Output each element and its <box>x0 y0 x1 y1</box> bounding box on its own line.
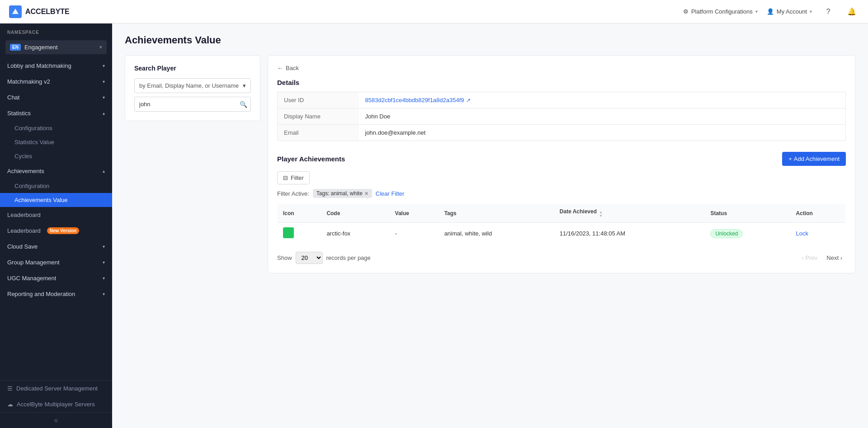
filter-tag-close-button[interactable]: ✕ <box>364 191 368 197</box>
sidebar-item-label: Achievements <box>7 168 44 174</box>
content-area: Achievements Value Search Player by Emai… <box>112 24 868 428</box>
search-type-value: by Email, Display Name, or Username <box>139 82 239 89</box>
chevron-down-icon: ▾ <box>103 244 105 249</box>
namespace-label: NAMESPACE <box>0 24 112 38</box>
chevron-down-icon: ▾ <box>103 260 105 265</box>
achievements-title: Player Achievements <box>277 155 345 163</box>
sidebar-item-label: Lobby and Matchmaking <box>7 62 71 69</box>
chevron-down-icon: ▾ <box>103 292 105 296</box>
app-name: ACCELBYTE <box>25 8 70 16</box>
sidebar-item-reporting-moderation[interactable]: Reporting and Moderation ▾ <box>0 286 112 302</box>
sidebar-item-label: UGC Management <box>7 275 56 282</box>
namespace-badge: EN <box>10 44 21 51</box>
lock-action-link[interactable]: Lock <box>796 230 808 237</box>
achievement-date: 11/16/2023, 11:48:05 AM <box>554 223 705 245</box>
filter-icon: ⊟ <box>283 174 288 181</box>
search-input[interactable] <box>134 97 251 112</box>
filter-button[interactable]: ⊟ Filter <box>277 171 310 184</box>
filter-label: Filter <box>291 174 304 181</box>
details-section-title: Details <box>277 79 846 86</box>
sidebar-bottom-label: Dedicated Server Management <box>16 385 98 392</box>
next-arrow-icon: › <box>840 254 842 261</box>
page-title: Achievements Value <box>125 34 855 46</box>
status-badge: Unlocked <box>710 229 743 238</box>
achievement-icon <box>283 227 294 238</box>
sidebar-item-configuration[interactable]: Configuration <box>0 179 112 193</box>
platform-config-menu[interactable]: ⚙ Platform Configurations ▾ <box>683 8 758 15</box>
col-date-achieved[interactable]: Date Achieved ▴▾ <box>554 204 705 223</box>
chevron-down-icon: ▾ <box>103 95 105 100</box>
new-version-badge: New Version <box>47 227 79 234</box>
user-id-link[interactable]: 8583d2cbf1ce4bbdb829f1a8d2a354f9 ↗ <box>365 97 840 103</box>
sidebar-item-ugc-management[interactable]: UGC Management ▾ <box>0 270 112 286</box>
sidebar-item-statistics[interactable]: Statistics ▴ <box>0 105 112 121</box>
sidebar-item-configurations[interactable]: Configurations <box>0 121 112 135</box>
records-label: records per page <box>326 254 371 261</box>
sidebar-item-achievements[interactable]: Achievements ▴ <box>0 163 112 179</box>
sidebar-item-cycles[interactable]: Cycles <box>0 149 112 163</box>
field-value: John Doe <box>359 108 846 125</box>
sidebar-item-dedicated-server[interactable]: ☰ Dedicated Server Management <box>0 381 112 396</box>
details-table: User ID 8583d2cbf1ce4bbdb829f1a8d2a354f9… <box>277 92 846 141</box>
table-row: Email john.doe@example.net <box>278 125 846 141</box>
sidebar-item-label: Leaderboard <box>7 212 41 218</box>
table-row: arctic-fox - animal, white, wild 11/16/2… <box>278 223 846 245</box>
sidebar-item-leaderboard-new[interactable]: Leaderboard New Version <box>0 223 112 239</box>
server-icon: ☰ <box>7 385 13 392</box>
my-account-label: My Account <box>777 8 807 15</box>
sidebar-collapse-button[interactable]: « <box>0 412 112 428</box>
sidebar-item-leaderboard[interactable]: Leaderboard <box>0 207 112 223</box>
prev-page-button[interactable]: ‹ Prev <box>798 253 821 263</box>
chevron-up-icon: ▴ <box>103 169 105 174</box>
search-type-select[interactable]: by Email, Display Name, or Username ▾ <box>134 78 251 93</box>
app-logo[interactable]: ACCELBYTE <box>9 5 70 18</box>
sidebar-item-statistics-value[interactable]: Statistics Value <box>0 135 112 149</box>
help-button[interactable]: ? <box>821 5 835 19</box>
sidebar-sub-label: Achievements Value <box>14 197 68 203</box>
sidebar-item-group-management[interactable]: Group Management ▾ <box>0 254 112 270</box>
sidebar-item-achievements-value[interactable]: Achievements Value <box>0 193 112 207</box>
filter-tag: Tags: animal, white ✕ <box>313 189 372 198</box>
chevron-down-icon: ▾ <box>103 79 105 84</box>
sidebar-item-matchmaking-v2[interactable]: Matchmaking v2 ▾ <box>0 74 112 89</box>
filter-active-row: Filter Active: Tags: animal, white ✕ Cle… <box>277 189 846 198</box>
user-icon: 👤 <box>767 8 774 15</box>
sidebar-sub-label: Statistics Value <box>14 139 54 146</box>
per-page-select[interactable]: 20 10 50 100 <box>296 252 323 264</box>
sidebar-sub-label: Configurations <box>14 125 52 132</box>
notification-button[interactable]: 🔔 <box>844 5 859 19</box>
sidebar-item-cloud-save[interactable]: Cloud Save ▾ <box>0 239 112 254</box>
achievement-value: - <box>390 223 439 245</box>
back-link[interactable]: ← Back <box>277 65 846 71</box>
field-value: john.doe@example.net <box>359 125 846 141</box>
search-panel: Search Player by Email, Display Name, or… <box>125 55 260 121</box>
namespace-selector[interactable]: EN Engagement ▾ <box>5 40 107 54</box>
achievements-header: Player Achievements + Add Achievement <box>277 152 846 166</box>
search-submit-button[interactable]: 🔍 <box>240 101 247 108</box>
sidebar-item-chat[interactable]: Chat ▾ <box>0 89 112 105</box>
collapse-icon: « <box>54 416 58 424</box>
sidebar-item-label: Matchmaking v2 <box>7 78 50 85</box>
select-chevron-icon: ▾ <box>243 82 246 89</box>
back-arrow-icon: ← <box>277 65 283 71</box>
content-columns: Search Player by Email, Display Name, or… <box>125 55 855 273</box>
clear-filter-link[interactable]: Clear Filter <box>376 190 405 197</box>
table-row: User ID 8583d2cbf1ce4bbdb829f1a8d2a354f9… <box>278 92 846 108</box>
sort-icons: ▴▾ <box>600 211 602 218</box>
add-achievement-button[interactable]: + Add Achievement <box>782 152 846 166</box>
sidebar-item-accelbyte-multiplayer[interactable]: ☁ AccelByte Multiplayer Servers <box>0 396 112 412</box>
sidebar-bottom-label: AccelByte Multiplayer Servers <box>17 401 95 408</box>
field-label: User ID <box>278 92 359 108</box>
next-page-button[interactable]: Next › <box>823 253 846 263</box>
table-header-row: Icon Code Value Tags Date Achieved ▴▾ St… <box>278 204 846 223</box>
add-achievement-label: Add Achievement <box>794 155 840 162</box>
field-value: 8583d2cbf1ce4bbdb829f1a8d2a354f9 ↗ <box>359 92 846 108</box>
sidebar-sub-label: Configuration <box>14 183 49 189</box>
sidebar-item-lobby-matchmaking[interactable]: Lobby and Matchmaking ▾ <box>0 58 112 74</box>
filter-active-label: Filter Active: <box>277 190 309 197</box>
my-account-menu[interactable]: 👤 My Account ▾ <box>767 8 812 15</box>
details-panel: ← Back Details User ID 8583d2cbf1ce4bbdb… <box>268 55 855 273</box>
sidebar: NAMESPACE EN Engagement ▾ Lobby and Matc… <box>0 24 112 428</box>
add-icon: + <box>788 155 792 162</box>
col-status: Status <box>705 204 790 223</box>
